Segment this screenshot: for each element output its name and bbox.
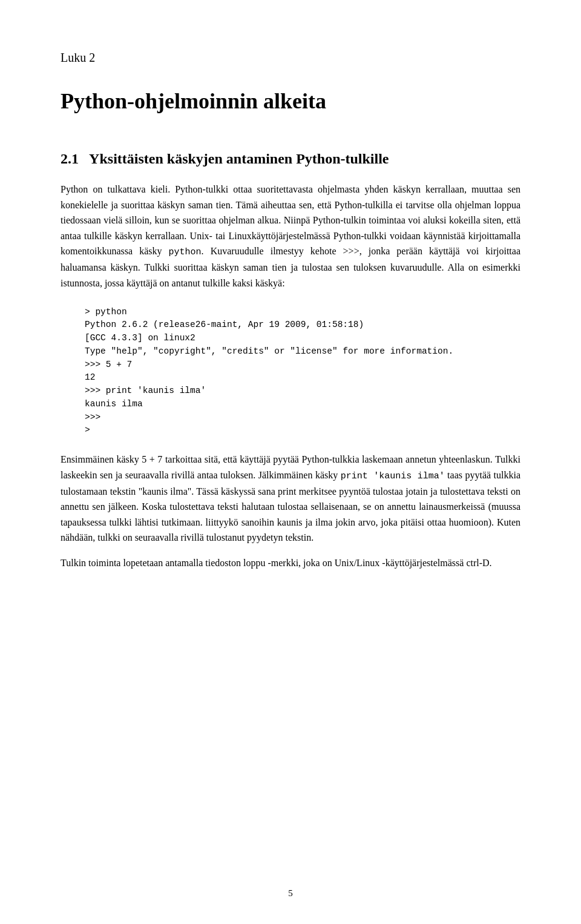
code-line-4: Type "help", "copyright", "credits" or "…: [85, 346, 453, 356]
paragraph-3: Tulkin toiminta lopetetaan antamalla tie…: [61, 555, 520, 571]
code-line-6: 12: [85, 372, 95, 382]
chapter-title: Python-ohjelmoinnin alkeita: [61, 85, 520, 117]
inline-code-print: print 'kaunis ilma': [341, 471, 445, 481]
page-number: 5: [288, 886, 293, 900]
code-line-3: [GCC 4.3.3] on linux2: [85, 333, 195, 343]
code-line-5: >>> 5 + 7: [85, 360, 132, 369]
paragraph-2: Ensimmäinen käsky 5 + 7 tarkoittaa sitä,…: [61, 452, 520, 546]
page: Luku 2 Python-ohjelmoinnin alkeita 2.1 Y…: [0, 0, 581, 924]
inline-code-python: python: [169, 247, 202, 257]
chapter-label: Luku 2: [61, 48, 520, 67]
section-number: 2.1: [61, 151, 79, 167]
code-line-7: >>> print 'kaunis ilma': [85, 386, 206, 395]
paragraph-1: Python on tulkattava kieli. Python-tulkk…: [61, 182, 520, 291]
code-line-8: kaunis ilma: [85, 399, 143, 409]
section-title: 2.1 Yksittäisten käskyjen antaminen Pyth…: [61, 148, 520, 170]
code-line-10: >: [85, 425, 90, 435]
code-line-9: >>>: [85, 412, 100, 422]
code-line-2: Python 2.6.2 (release26-maint, Apr 19 20…: [85, 320, 364, 329]
section-title-text: Yksittäisten käskyjen antaminen Python-t…: [89, 151, 389, 167]
code-line-1: > python: [85, 307, 127, 317]
code-block: > python Python 2.6.2 (release26-maint, …: [85, 306, 520, 438]
